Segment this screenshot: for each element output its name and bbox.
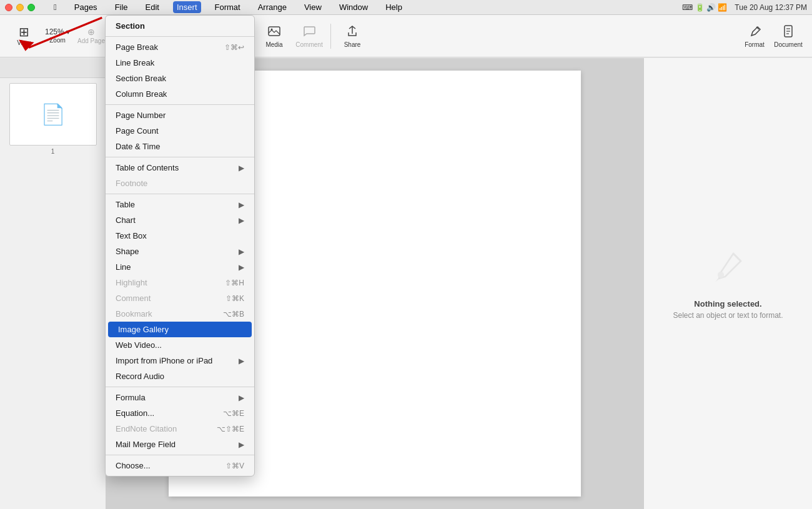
- svg-point-14: [718, 272, 724, 278]
- endnote-shortcut: ⌥⇧⌘E: [217, 425, 244, 433]
- toolbar-zoom-btn[interactable]: 125% ▾ Zoom: [41, 19, 74, 54]
- bookmark-shortcut: ⌥⌘B: [223, 310, 244, 319]
- highlight-shortcut: ⇧⌘H: [225, 279, 244, 287]
- menu-sep-1: [106, 36, 254, 37]
- addpage-icon: ⊕: [87, 27, 95, 36]
- menu-window[interactable]: Window: [335, 1, 372, 13]
- menu-sep-3: [106, 157, 254, 157]
- menu-bar:  Pages File Edit Insert Format Arrange …: [0, 0, 812, 15]
- toolbar-sep-2: [330, 24, 331, 49]
- comment-icon: [302, 24, 316, 40]
- menu-sep-5: [106, 387, 254, 387]
- share-icon: [345, 24, 359, 40]
- table-arrow-icon: ▶: [239, 200, 244, 209]
- menu-item-date-time[interactable]: Date & Time: [106, 139, 254, 154]
- menu-item-page-number[interactable]: Page Number: [106, 107, 254, 123]
- import-arrow-icon: ▶: [239, 357, 244, 365]
- nothing-selected-state: Nothing selected. Select an object or te…: [673, 247, 783, 320]
- format-icon: [748, 24, 761, 40]
- menu-item-page-break[interactable]: Page Break ⇧⌘↩: [106, 39, 254, 55]
- menu-item-formula[interactable]: Formula ▶: [106, 390, 254, 405]
- page-thumb-icon: 📄: [41, 102, 66, 126]
- menu-item-column-break[interactable]: Column Break: [106, 86, 254, 102]
- menu-edit[interactable]: Edit: [142, 1, 163, 13]
- menu-sep-2: [106, 104, 254, 105]
- menu-item-import-iphone[interactable]: Import from iPhone or iPad ▶: [106, 353, 254, 368]
- menu-item-text-box[interactable]: Text Box: [106, 228, 254, 244]
- menu-item-table[interactable]: Table ▶: [106, 197, 254, 212]
- menu-item-record-audio[interactable]: Record Audio: [106, 368, 254, 384]
- toolbar-media-btn[interactable]: Media: [258, 19, 290, 54]
- menu-item-equation[interactable]: Equation... ⌥⌘E: [106, 405, 254, 421]
- paintbrush-icon: [673, 247, 783, 292]
- menu-item-section-break[interactable]: Section Break: [106, 71, 254, 86]
- menu-help[interactable]: Help: [382, 1, 406, 13]
- menu-item-footnote: Footnote: [106, 175, 254, 191]
- svg-point-9: [271, 28, 273, 30]
- line-arrow-icon: ▶: [239, 263, 244, 272]
- comment-shortcut: ⇧⌘K: [225, 294, 244, 303]
- page-thumb-1[interactable]: 📄 1: [9, 83, 97, 146]
- toolbar-document-btn[interactable]: Document: [772, 19, 805, 54]
- toolbar-format-label: Format: [745, 41, 765, 48]
- menu-item-image-gallery[interactable]: Image Gallery: [108, 322, 252, 337]
- toolbar-addpage-btn[interactable]: ⊕ Add Page: [75, 19, 107, 54]
- menu-item-section[interactable]: Section: [106, 18, 254, 34]
- menu-bar-datetime: Tue 20 Aug 12:37 PM: [735, 3, 807, 12]
- menu-insert[interactable]: Insert: [173, 1, 201, 13]
- menu-file[interactable]: File: [111, 1, 132, 13]
- nothing-selected-subtitle: Select an object or text to format.: [673, 311, 783, 320]
- document-icon: [781, 24, 795, 40]
- menu-item-highlight: Highlight ⇧⌘H: [106, 275, 254, 290]
- toolbar-comment-label: Comment: [295, 41, 322, 48]
- chart-arrow-icon: ▶: [239, 216, 244, 225]
- toolbar-media-label: Media: [265, 41, 282, 48]
- left-sidebar: 📄 1: [0, 58, 106, 509]
- menu-item-mail-merge[interactable]: Mail Merge Field ▶: [106, 437, 254, 452]
- page-break-shortcut: ⇧⌘↩: [224, 43, 244, 52]
- menu-sep-6: [106, 455, 254, 455]
- menu-arrange[interactable]: Arrange: [254, 1, 290, 13]
- menu-format[interactable]: Format: [211, 1, 244, 13]
- toolbar-view-btn[interactable]: ⊞ View: [7, 19, 40, 54]
- equation-shortcut: ⌥⌘E: [223, 409, 244, 418]
- toolbar-addpage-label: Add Page: [77, 37, 105, 44]
- toc-arrow-icon: ▶: [239, 164, 244, 172]
- menu-bar-icons: ⌨ 🔋 🔊 📶: [682, 3, 727, 12]
- apple-menu[interactable]: : [50, 1, 61, 13]
- menu-view[interactable]: View: [300, 1, 325, 13]
- menu-bar-right: ⌨ 🔋 🔊 📶 Tue 20 Aug 12:37 PM: [682, 3, 807, 12]
- menu-item-chart[interactable]: Chart ▶: [106, 212, 254, 228]
- menu-pages[interactable]: Pages: [71, 1, 101, 13]
- insert-menu-dropdown: Section Page Break ⇧⌘↩ Line Break Sectio…: [105, 15, 255, 477]
- window-controls: [5, 4, 35, 11]
- menu-item-bookmark: Bookmark ⌥⌘B: [106, 306, 254, 322]
- menu-item-page-count[interactable]: Page Count: [106, 123, 254, 139]
- toolbar-left-group: ⊞ View 125% ▾ Zoom ⊕ Add Page: [7, 19, 107, 54]
- toolbar-comment-btn[interactable]: Comment: [293, 19, 325, 54]
- menu-item-line[interactable]: Line ▶: [106, 259, 254, 275]
- menu-item-comment: Comment ⇧⌘K: [106, 290, 254, 306]
- formula-arrow-icon: ▶: [239, 393, 244, 402]
- page-num-1: 1: [10, 148, 96, 155]
- view-icon: ⊞: [19, 26, 29, 38]
- minimize-button[interactable]: [16, 4, 24, 11]
- menu-item-line-break[interactable]: Line Break: [106, 55, 254, 71]
- menu-item-web-video[interactable]: Web Video...: [106, 337, 254, 353]
- menu-item-toc[interactable]: Table of Contents ▶: [106, 160, 254, 175]
- menu-item-shape[interactable]: Shape ▶: [106, 244, 254, 259]
- fullscreen-button[interactable]: [27, 4, 35, 11]
- toolbar-view-label: View: [17, 39, 31, 46]
- media-icon: [267, 24, 281, 40]
- toolbar-share-btn[interactable]: Share: [336, 19, 369, 54]
- mail-merge-arrow-icon: ▶: [239, 440, 244, 449]
- toolbar-zoom-label: Zoom: [49, 37, 66, 44]
- close-button[interactable]: [5, 4, 12, 11]
- nothing-selected-title: Nothing selected.: [673, 299, 783, 309]
- toolbar-share-label: Share: [344, 41, 361, 48]
- menu-item-choose[interactable]: Choose... ⇧⌘V: [106, 458, 254, 473]
- shape-arrow-icon: ▶: [239, 247, 244, 256]
- page-thumbnails: 📄 1: [0, 78, 106, 151]
- toolbar-format-btn[interactable]: Format: [738, 19, 771, 54]
- menu-sep-4: [106, 194, 254, 194]
